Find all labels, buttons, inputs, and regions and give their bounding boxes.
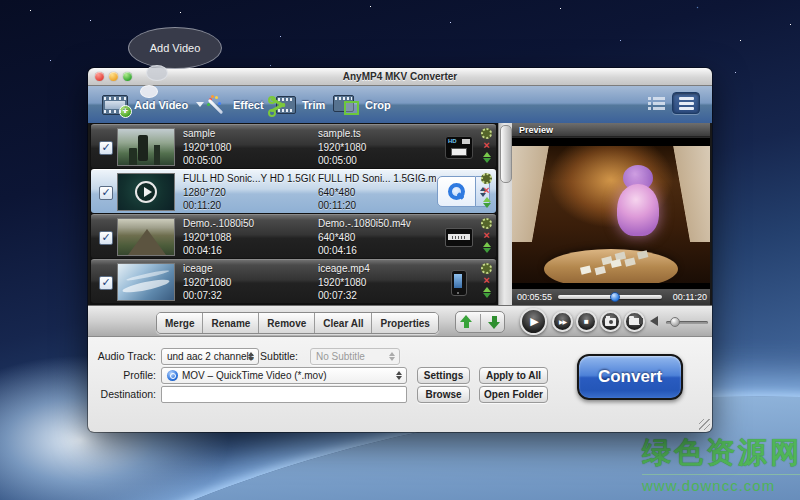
- row-remove-icon[interactable]: ×: [483, 139, 489, 151]
- clear-all-button[interactable]: Clear All: [315, 313, 372, 333]
- app-window: AnyMP4 MKV Converter + Add Video Effect …: [88, 68, 712, 432]
- crop-label: Crop: [365, 99, 391, 111]
- preview-timebar: 00:05:55 00:11:20: [512, 289, 710, 305]
- source-name: FULL HD Sonic...Y HD 1.5GIG: [183, 172, 315, 186]
- output-name: FULL HD Soni... 1.5GIG.mov: [318, 172, 436, 186]
- video-thumbnail: [117, 128, 175, 166]
- output-name: iceage.mp4: [318, 262, 436, 276]
- play-icon: ▶: [530, 315, 538, 328]
- watermark-url: www.downcc.com: [642, 474, 800, 494]
- play-overlay-icon[interactable]: [135, 181, 157, 203]
- video-row-sample[interactable]: ✓ sample 1920*1080 00:05:00 sample.ts 19…: [91, 124, 496, 168]
- desktop-background: 绿色资源网 www.downcc.com AnyMP4 MKV Converte…: [0, 0, 800, 500]
- video-row-iceage[interactable]: ✓ iceage 1920*1080 00:07:32 iceage.mp4 1…: [91, 259, 496, 303]
- video-row-demo[interactable]: ✓ Demo.-.1080i50 1920*1088 00:04:16 Demo…: [91, 214, 496, 258]
- subtitle-label: Subtitle:: [238, 350, 298, 362]
- move-down-icon: [483, 293, 491, 298]
- destination-label: Destination:: [94, 388, 156, 400]
- speaker-icon: [650, 316, 658, 326]
- row-checkbox[interactable]: ✓: [99, 276, 113, 290]
- profile-select[interactable]: MOV – QuickTime Video (*.mov): [161, 367, 407, 384]
- row-checkbox[interactable]: ✓: [99, 186, 113, 200]
- quicktime-mini-icon: [167, 370, 178, 381]
- output-duration: 00:05:00: [318, 154, 436, 168]
- row-settings-gear-icon[interactable]: [481, 218, 492, 229]
- source-resolution: 1920*1088: [183, 231, 315, 245]
- resize-grip[interactable]: [699, 419, 710, 430]
- effect-label: Effect: [233, 99, 264, 111]
- apply-to-all-button[interactable]: Apply to All: [479, 367, 548, 384]
- stepper-icon: [394, 370, 403, 381]
- thumbnail-view-button[interactable]: [648, 96, 665, 110]
- source-info: sample 1920*1080 00:05:00: [183, 127, 315, 168]
- row-settings-gear-icon[interactable]: [481, 173, 492, 184]
- move-up-icon: [483, 287, 491, 292]
- row-remove-icon[interactable]: ×: [483, 274, 489, 286]
- video-row-fullhd-selected[interactable]: ✓ FULL HD Sonic...Y HD 1.5GIG 1280*720 0…: [91, 169, 496, 213]
- output-info: FULL HD Soni... 1.5GIG.mov 640*480 00:11…: [318, 172, 436, 213]
- browse-button[interactable]: Browse: [417, 386, 470, 403]
- effect-button[interactable]: Effect: [205, 91, 264, 118]
- destination-input[interactable]: [161, 386, 407, 403]
- scrollbar-thumb[interactable]: [500, 125, 512, 183]
- stop-button[interactable]: ■: [576, 311, 597, 332]
- title-bar[interactable]: AnyMP4 MKV Converter: [88, 68, 712, 86]
- fast-forward-button[interactable]: ▶▶: [552, 311, 573, 332]
- audio-track-label: Audio Track:: [94, 350, 156, 362]
- volume-knob[interactable]: [670, 317, 680, 327]
- subtitle-select[interactable]: No Subtitle: [310, 348, 400, 365]
- source-resolution: 1280*720: [183, 186, 315, 200]
- crop-button[interactable]: Crop: [333, 91, 391, 118]
- properties-button[interactable]: Properties: [372, 313, 437, 333]
- output-resolution: 640*480: [318, 231, 436, 245]
- output-info: sample.ts 1920*1080 00:05:00: [318, 127, 436, 168]
- row-settings-gear-icon[interactable]: [481, 263, 492, 274]
- row-settings-gear-icon[interactable]: [481, 128, 492, 139]
- stepper-icon: [387, 351, 396, 362]
- source-name: Demo.-.1080i50: [183, 217, 315, 231]
- tooltip-tail: [140, 85, 158, 98]
- list-scrollbar[interactable]: [498, 123, 512, 305]
- move-up-button[interactable]: [460, 315, 473, 329]
- row-checkbox[interactable]: ✓: [99, 231, 113, 245]
- fast-forward-icon: ▶▶: [559, 318, 566, 325]
- preview-video[interactable]: [512, 138, 710, 289]
- move-down-icon: [483, 203, 491, 208]
- progress-knob[interactable]: [610, 292, 620, 302]
- row-remove-icon[interactable]: ×: [483, 229, 489, 241]
- trim-button[interactable]: Trim: [270, 91, 325, 118]
- video-list: ✓ sample 1920*1080 00:05:00 sample.ts 19…: [90, 123, 498, 305]
- move-up-icon: [483, 242, 491, 247]
- row-reorder-arrows[interactable]: [483, 287, 491, 298]
- remove-button[interactable]: Remove: [259, 313, 315, 333]
- camera-icon: [605, 318, 616, 326]
- video-thumbnail: [117, 263, 175, 301]
- reorder-buttons: [455, 311, 505, 333]
- snapshot-button[interactable]: [600, 311, 621, 332]
- output-name: Demo.-.1080i50.m4v: [318, 217, 436, 231]
- row-reorder-arrows[interactable]: [483, 242, 491, 253]
- volume-slider[interactable]: [666, 321, 708, 324]
- progress-slider[interactable]: [558, 295, 662, 299]
- output-resolution: 1920*1080: [318, 276, 436, 290]
- current-time: 00:05:55: [517, 292, 552, 302]
- row-reorder-arrows[interactable]: [483, 152, 491, 163]
- output-resolution: 1920*1080: [318, 141, 436, 155]
- detail-view-button[interactable]: [672, 92, 700, 114]
- rename-button[interactable]: Rename: [203, 313, 259, 333]
- move-down-icon: [483, 158, 491, 163]
- row-remove-icon[interactable]: ×: [483, 184, 489, 196]
- row-checkbox[interactable]: ✓: [99, 141, 113, 155]
- total-time: 00:11:20: [673, 292, 707, 302]
- settings-button[interactable]: Settings: [417, 367, 470, 384]
- move-up-icon: [483, 197, 491, 202]
- source-resolution: 1920*1080: [183, 276, 315, 290]
- move-down-button[interactable]: [488, 315, 501, 329]
- play-button[interactable]: ▶: [520, 308, 547, 335]
- open-folder-button[interactable]: Open Folder: [479, 386, 548, 403]
- source-info: Demo.-.1080i50 1920*1088 00:04:16: [183, 217, 315, 258]
- merge-button[interactable]: Merge: [157, 313, 203, 333]
- move-up-icon: [483, 152, 491, 157]
- row-reorder-arrows[interactable]: [483, 197, 491, 208]
- convert-button[interactable]: Convert: [577, 354, 683, 400]
